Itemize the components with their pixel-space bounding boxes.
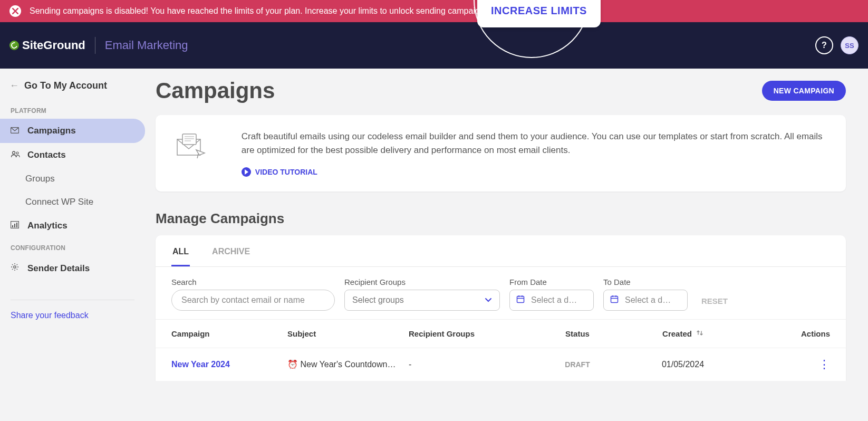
search-label: Search	[171, 278, 335, 286]
col-subject: Subject	[287, 329, 409, 338]
sidebar-item-label: Campaigns	[27, 126, 76, 136]
reset-button[interactable]: RESET	[697, 291, 732, 311]
kebab-icon: ⋮	[818, 358, 830, 371]
svg-rect-10	[517, 296, 524, 302]
envelope-icon	[11, 126, 20, 136]
sidebar-item-contacts[interactable]: Contacts	[0, 143, 145, 167]
row-created: 01/05/2024	[630, 360, 736, 369]
gear-icon	[11, 263, 20, 274]
main-content: Campaigns NEW CAMPAIGN Craft beautiful e…	[145, 69, 868, 381]
page-title: Campaigns	[156, 78, 275, 103]
back-label: Go To My Account	[24, 80, 107, 91]
avatar[interactable]: SS	[841, 36, 859, 54]
logo-icon	[9, 41, 19, 50]
sidebar-item-label: Analytics	[27, 221, 67, 231]
help-button[interactable]: ?	[815, 36, 833, 54]
intro-text: Craft beautiful emails using our codeles…	[242, 130, 829, 158]
table-row: New Year 2024 ⏰ New Year's Countdown… - …	[156, 348, 846, 381]
select-placeholder: Select groups	[352, 295, 404, 305]
manage-campaigns-title: Manage Campaigns	[156, 211, 846, 227]
sidebar: ← Go To My Account PLATFORM Campaigns Co…	[0, 69, 145, 381]
from-date-input[interactable]: Select a d…	[509, 290, 594, 311]
chevron-down-icon	[485, 295, 492, 305]
col-created[interactable]: Created	[630, 329, 736, 338]
svg-point-1	[13, 151, 15, 154]
alert-text: Sending campaigns is disabled! You have …	[30, 6, 491, 16]
col-groups: Recipient Groups	[409, 329, 525, 338]
svg-rect-4	[12, 225, 13, 227]
feedback-link[interactable]: Share your feedback	[11, 311, 89, 320]
back-to-account-link[interactable]: ← Go To My Account	[0, 78, 145, 101]
divider	[95, 37, 95, 54]
svg-rect-6	[16, 223, 17, 227]
new-campaign-button[interactable]: NEW CAMPAIGN	[762, 81, 846, 101]
tab-archive[interactable]: ARCHIVE	[211, 245, 251, 266]
to-date-input[interactable]: Select a d…	[603, 290, 688, 311]
email-illustration-icon	[172, 130, 210, 161]
sort-icon	[696, 329, 703, 338]
sidebar-item-sender-details[interactable]: Sender Details	[0, 256, 145, 281]
increase-limits-button[interactable]: INCREASE LIMITS	[477, 0, 601, 27]
analytics-icon	[11, 221, 20, 231]
svg-rect-9	[182, 134, 196, 145]
col-status: Status	[525, 329, 630, 338]
sidebar-item-label: Contacts	[27, 150, 66, 160]
to-date-label: To Date	[603, 278, 688, 286]
groups-label: Recipient Groups	[344, 278, 500, 286]
tabs: ALL ARCHIVE	[156, 235, 846, 267]
row-groups: -	[409, 360, 525, 369]
from-date-label: From Date	[509, 278, 594, 286]
col-campaign: Campaign	[171, 329, 287, 338]
product-name: Email Marketing	[105, 39, 188, 52]
alert-banner: Sending campaigns is disabled! You have …	[0, 0, 868, 22]
campaign-name-link[interactable]: New Year 2024	[171, 360, 287, 369]
filters-row: Search Recipient Groups Select groups Fr…	[156, 267, 846, 319]
sidebar-subitem-groups[interactable]: Groups	[0, 167, 145, 190]
status-badge: DRAFT	[525, 360, 630, 369]
close-alert-button[interactable]	[9, 5, 21, 17]
brand-logo[interactable]: SiteGround	[9, 39, 85, 52]
svg-point-7	[14, 266, 16, 268]
sidebar-subitem-connect-wp[interactable]: Connect WP Site	[0, 190, 145, 214]
video-tutorial-link[interactable]: VIDEO TUTORIAL	[242, 167, 829, 177]
sidebar-item-analytics[interactable]: Analytics	[0, 214, 145, 238]
section-platform-label: PLATFORM	[0, 101, 145, 119]
col-actions: Actions	[736, 329, 830, 338]
row-subject: ⏰ New Year's Countdown…	[287, 359, 409, 369]
svg-point-2	[16, 152, 18, 154]
campaigns-table-card: ALL ARCHIVE Search Recipient Groups Sele…	[156, 235, 846, 381]
topbar: SiteGround Email Marketing ? SS	[0, 22, 868, 69]
play-icon	[242, 167, 251, 177]
sidebar-item-label: Sender Details	[27, 263, 90, 274]
calendar-icon	[610, 295, 619, 305]
row-actions-button[interactable]: ⋮	[736, 358, 830, 371]
svg-rect-5	[14, 224, 15, 227]
calendar-icon	[516, 295, 525, 305]
tutorial-label: VIDEO TUTORIAL	[255, 168, 317, 176]
table-header: Campaign Subject Recipient Groups Status…	[156, 319, 846, 348]
tab-all[interactable]: ALL	[171, 245, 190, 266]
sidebar-item-campaigns[interactable]: Campaigns	[0, 119, 145, 143]
intro-card: Craft beautiful emails using our codeles…	[156, 115, 846, 192]
svg-rect-11	[611, 296, 618, 302]
recipient-groups-select[interactable]: Select groups	[344, 290, 500, 311]
arrow-left-icon: ←	[9, 80, 19, 91]
search-input[interactable]	[171, 290, 335, 311]
brand-name: SiteGround	[22, 39, 85, 52]
section-configuration-label: CONFIGURATION	[0, 238, 145, 256]
date-placeholder: Select a d…	[625, 295, 671, 305]
date-placeholder: Select a d…	[531, 295, 577, 305]
contacts-icon	[11, 150, 20, 160]
